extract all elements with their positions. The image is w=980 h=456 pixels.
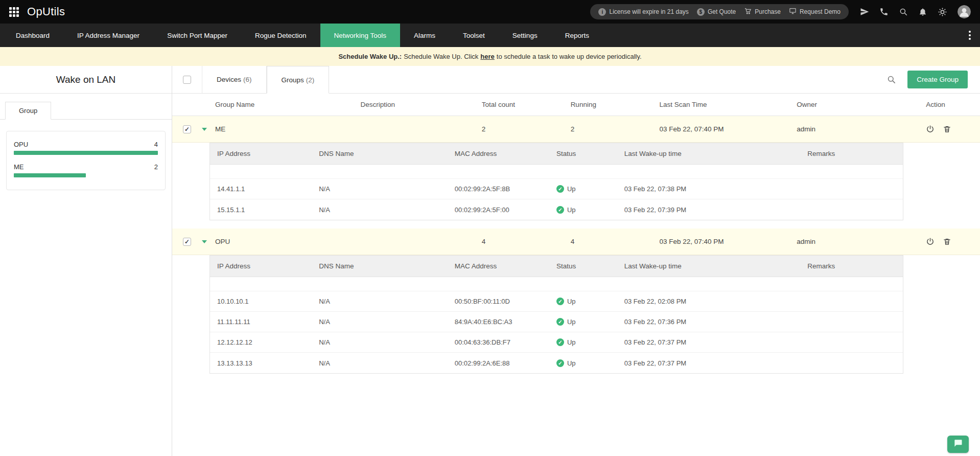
device-column-header-ip-address: IP Address bbox=[217, 150, 319, 157]
collapse-arrow-icon[interactable] bbox=[202, 128, 207, 131]
device-column-header-status: Status bbox=[556, 262, 624, 270]
device-ip: 13.13.13.13 bbox=[217, 359, 319, 367]
nav-item-rogue-detection[interactable]: Rogue Detection bbox=[241, 24, 320, 47]
toolbar: Devices(6)Groups(2) Create Group bbox=[172, 66, 980, 94]
group-checkbox-cell bbox=[172, 238, 202, 246]
status-up-icon: ✓ bbox=[556, 298, 564, 305]
status-badge: ✓Up bbox=[556, 359, 619, 367]
purchase-button[interactable]: Purchase bbox=[744, 7, 781, 16]
device-ip: 10.10.10.1 bbox=[217, 298, 319, 305]
support-chat-button[interactable] bbox=[947, 436, 969, 453]
chart-bar bbox=[14, 173, 86, 177]
topbar-icons bbox=[860, 5, 971, 18]
group-row-me[interactable]: ME2203 Feb 22, 07:40 PMadmin bbox=[172, 116, 980, 143]
power-wake-icon[interactable] bbox=[926, 125, 935, 133]
sidebar-tabs: Group bbox=[0, 94, 172, 120]
device-ip: 11.11.11.11 bbox=[217, 318, 319, 326]
search-icon[interactable] bbox=[886, 75, 896, 84]
settings-gear-icon[interactable] bbox=[938, 7, 947, 17]
global-search-icon[interactable] bbox=[899, 7, 908, 16]
status-label: Up bbox=[567, 206, 576, 214]
status-badge: ✓Up bbox=[556, 338, 619, 346]
notifications-bell-icon[interactable] bbox=[918, 7, 927, 16]
device-sub-table: IP AddressDNS NameMAC AddressStatusLast … bbox=[209, 255, 903, 374]
device-column-header-mac-address: MAC Address bbox=[455, 150, 556, 157]
device-status-cell: ✓Up bbox=[556, 318, 624, 326]
nav-items: DashboardIP Address ManagerSwitch Port M… bbox=[2, 24, 603, 47]
device-column-header-dns-name: DNS Name bbox=[319, 150, 455, 157]
device-dns-name: N/A bbox=[319, 185, 455, 193]
device-column-header-remarks: Remarks bbox=[807, 262, 896, 270]
trash-icon[interactable] bbox=[943, 125, 951, 133]
column-header-owner: Owner bbox=[797, 101, 926, 108]
column-header-last-scan-time: Last Scan Time bbox=[660, 101, 797, 108]
select-all-checkbox[interactable] bbox=[183, 76, 191, 84]
nav-overflow-menu-icon[interactable] bbox=[960, 24, 980, 47]
device-ip: 12.12.12.12 bbox=[217, 338, 319, 346]
schedule-here-link[interactable]: here bbox=[480, 53, 494, 60]
power-wake-icon[interactable] bbox=[926, 237, 935, 246]
chart-category-label: ME bbox=[14, 163, 24, 171]
send-icon[interactable] bbox=[860, 7, 869, 16]
device-last-wakeup-time: 03 Feb 22, 07:37 PM bbox=[624, 338, 808, 346]
groups-table-body: ME2203 Feb 22, 07:40 PMadminIP AddressDN… bbox=[172, 116, 980, 382]
request-demo-button[interactable]: Request Demo bbox=[789, 7, 841, 16]
nav-item-ip-address-manager[interactable]: IP Address Manager bbox=[63, 24, 153, 47]
nav-item-reports[interactable]: Reports bbox=[551, 24, 603, 47]
nav-item-toolset[interactable]: Toolset bbox=[449, 24, 499, 47]
device-column-header-remarks: Remarks bbox=[807, 150, 896, 157]
get-quote-button[interactable]: $ Get Quote bbox=[697, 8, 736, 16]
tab-devices[interactable]: Devices(6) bbox=[202, 66, 267, 93]
nav-item-networking-tools[interactable]: Networking Tools bbox=[320, 24, 401, 47]
banner-bold-text: Schedule Wake Up.: bbox=[338, 53, 402, 60]
device-mac-address: 00:02:99:2A:6E:88 bbox=[455, 359, 556, 367]
group-checkbox[interactable] bbox=[183, 125, 191, 133]
tab-groups[interactable]: Groups(2) bbox=[267, 66, 330, 94]
device-mac-address: 84:9A:40:E6:BC:A3 bbox=[455, 318, 556, 326]
column-header-total-count: Total count bbox=[482, 101, 571, 108]
phone-icon[interactable] bbox=[879, 7, 889, 16]
nav-item-dashboard[interactable]: Dashboard bbox=[2, 24, 63, 47]
device-row: 12.12.12.12N/A00:04:63:36:DB:F7✓Up03 Feb… bbox=[210, 332, 903, 353]
device-status-cell: ✓Up bbox=[556, 185, 624, 193]
status-badge: ✓Up bbox=[556, 298, 619, 305]
nav-item-settings[interactable]: Settings bbox=[499, 24, 551, 47]
sidebar-tab-group[interactable]: Group bbox=[5, 102, 51, 120]
status-label: Up bbox=[567, 298, 576, 305]
device-column-header-last-wake-up-time: Last Wake-up time bbox=[624, 150, 808, 157]
device-last-wakeup-time: 03 Feb 22, 07:38 PM bbox=[624, 185, 808, 193]
group-owner: admin bbox=[797, 125, 926, 133]
nav-item-alarms[interactable]: Alarms bbox=[400, 24, 449, 47]
device-column-header-ip-address: IP Address bbox=[217, 262, 319, 270]
license-expiry-label: License will expire in 21 days bbox=[609, 8, 688, 15]
user-avatar[interactable] bbox=[958, 5, 971, 18]
create-group-button[interactable]: Create Group bbox=[907, 71, 968, 88]
status-badge: ✓Up bbox=[556, 185, 619, 193]
group-row-opu[interactable]: OPU4403 Feb 22, 07:40 PMadmin bbox=[172, 229, 980, 255]
tab-label: Groups bbox=[282, 76, 304, 84]
device-row: 15.15.1.1N/A00:02:99:2A:5F:00✓Up03 Feb 2… bbox=[210, 199, 903, 220]
device-status-cell: ✓Up bbox=[556, 338, 624, 346]
status-badge: ✓Up bbox=[556, 206, 619, 214]
group-owner: admin bbox=[797, 238, 926, 245]
topbar: OpUtils i License will expire in 21 days… bbox=[0, 0, 980, 24]
device-table-spacer bbox=[210, 165, 903, 179]
device-dns-name: N/A bbox=[319, 359, 455, 367]
group-running-count: 2 bbox=[571, 125, 660, 133]
group-arrow-cell bbox=[202, 128, 215, 131]
collapse-arrow-icon[interactable] bbox=[202, 240, 207, 243]
status-badge: ✓Up bbox=[556, 318, 619, 326]
device-mac-address: 00:02:99:2A:5F:8B bbox=[455, 185, 556, 193]
tab-label: Devices bbox=[217, 76, 241, 83]
device-status-cell: ✓Up bbox=[556, 206, 624, 214]
app-grid-icon[interactable] bbox=[9, 7, 19, 17]
group-summary-chart: OPU4ME2 bbox=[6, 131, 166, 190]
column-header-action: Action bbox=[926, 101, 980, 108]
group-checkbox[interactable] bbox=[183, 238, 191, 246]
nav-item-switch-port-mapper[interactable]: Switch Port Mapper bbox=[153, 24, 241, 47]
trash-icon[interactable] bbox=[943, 237, 951, 246]
chart-bar bbox=[14, 151, 158, 155]
device-last-wakeup-time: 03 Feb 22, 07:36 PM bbox=[624, 318, 808, 326]
status-up-icon: ✓ bbox=[556, 185, 564, 193]
dollar-icon: $ bbox=[697, 8, 705, 16]
